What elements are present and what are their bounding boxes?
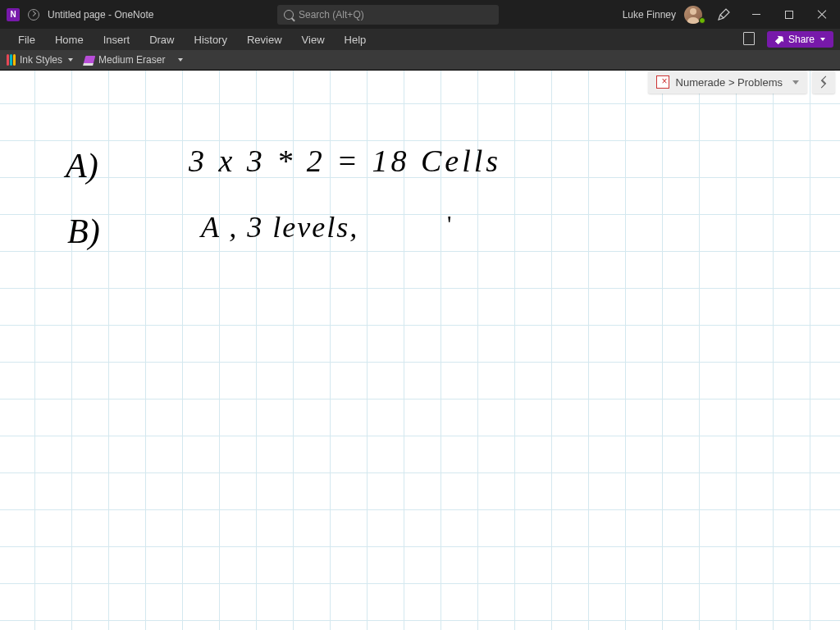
tab-draw[interactable]: Draw [139, 30, 184, 49]
ink-stroke: B) [67, 212, 100, 251]
breadcrumb[interactable]: Numerade > Problems [648, 71, 807, 94]
minimize-icon [752, 14, 760, 15]
tab-file[interactable]: File [8, 30, 45, 49]
chevron-down-icon [820, 38, 825, 41]
section-closed-icon [656, 75, 669, 89]
share-label: Share [788, 34, 815, 45]
sync-icon[interactable] [28, 9, 39, 21]
minimize-button[interactable] [742, 0, 771, 29]
search-input[interactable]: Search (Alt+Q) [277, 5, 499, 25]
search-icon [284, 10, 294, 20]
copy-icon [745, 34, 755, 45]
ink-stroke: 3 x 3 * 2 = 18 Cells [189, 143, 501, 179]
page-canvas[interactable]: A) 3 x 3 * 2 = 18 Cells B) A , 3 levels,… [0, 71, 840, 630]
titlebar-center: Search (Alt+Q) [153, 5, 622, 25]
search-placeholder: Search (Alt+Q) [299, 9, 364, 21]
share-button[interactable]: Share [767, 31, 833, 48]
ribbon-tabs: File Home Insert Draw History Review Vie… [0, 30, 376, 49]
ink-styles-icon [7, 54, 16, 66]
ink-stroke: ' [447, 210, 451, 238]
maximize-button[interactable] [774, 0, 804, 29]
tab-history[interactable]: History [185, 30, 237, 49]
draw-toolbar: Ink Styles Medium Eraser [0, 50, 840, 71]
tab-insert[interactable]: Insert [94, 30, 140, 49]
expand-icon [819, 78, 828, 86]
breadcrumb-path: Numerade > Problems [676, 76, 783, 89]
breadcrumb-bar: Numerade > Problems [648, 71, 835, 94]
tab-view[interactable]: View [292, 30, 335, 49]
maximize-icon [785, 11, 793, 19]
ribbon: File Home Insert Draw History Review Vie… [0, 29, 840, 50]
chevron-down-icon [792, 80, 799, 84]
share-icon [774, 33, 787, 46]
ink-styles-label: Ink Styles [20, 54, 62, 66]
tab-review[interactable]: Review [237, 30, 292, 49]
titlebar-left: N Untitled page - OneNote [0, 8, 153, 21]
eraser-button[interactable]: Medium Eraser [84, 54, 165, 66]
chevron-down-icon [178, 58, 183, 62]
titlebar: N Untitled page - OneNote Search (Alt+Q)… [0, 0, 840, 29]
tab-home[interactable]: Home [45, 30, 94, 49]
pen-icon [717, 8, 730, 21]
titlebar-right: Luke Finney [623, 0, 840, 29]
eraser-icon [84, 56, 96, 64]
copy-page-button[interactable] [739, 30, 760, 48]
ink-stroke: A) [66, 146, 98, 185]
ink-styles-button[interactable]: Ink Styles [7, 54, 73, 66]
ribbon-right: Share [739, 30, 840, 48]
ink-stroke: A , 3 levels, [201, 210, 358, 244]
chevron-down-icon [68, 58, 73, 62]
app-icon: N [7, 8, 20, 21]
user-name[interactable]: Luke Finney [623, 9, 676, 21]
eraser-label: Medium Eraser [98, 54, 165, 66]
tab-help[interactable]: Help [335, 30, 377, 49]
close-button[interactable] [807, 0, 837, 29]
close-icon [817, 10, 827, 20]
expand-page-button[interactable] [812, 71, 835, 94]
toolbar-more-button[interactable] [176, 58, 183, 62]
document-title: Untitled page - OneNote [48, 9, 153, 21]
presence-indicator-icon [699, 17, 705, 24]
pen-settings-button[interactable] [709, 0, 738, 29]
